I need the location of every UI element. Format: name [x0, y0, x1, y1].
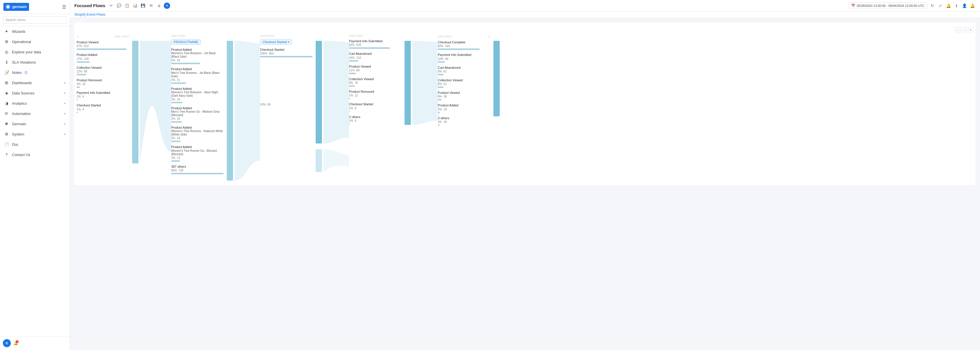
node-collection-viewed-1: Collection Viewed 12% 89 [76, 66, 129, 75]
flow-lines-4 [412, 41, 438, 185]
subheader: Shopify Event Flows [70, 11, 980, 18]
print-icon[interactable]: 🖨 [156, 3, 162, 9]
sidebar-bottom: G 🔔 1 [0, 336, 70, 350]
node-pa-breezers: Product Added Women's Tree Breezers - Je… [171, 48, 224, 64]
node-bar [349, 98, 350, 99]
col2-labels: ADD POST PRODUCTNAME Product Added Women… [171, 35, 225, 181]
col2-header: ADD POST [171, 35, 224, 37]
chevron-down-icon: ▾ [64, 91, 65, 95]
expand-icon[interactable]: ⤢ [937, 3, 943, 9]
node-product-removed-4: Product Removed 1% 12 [349, 89, 401, 99]
alert-icon[interactable]: 🔔 [945, 3, 951, 9]
user-icon[interactable]: 👤 [961, 3, 967, 9]
comment-icon[interactable]: 💬 [116, 3, 122, 9]
node-checkout-started-main: Checkout Started 100% 863 [260, 48, 312, 58]
col4-vbars [403, 35, 412, 181]
clipboard-icon[interactable]: 📋 [124, 3, 130, 9]
sidebar-item-contact[interactable]: ? Contact Us [0, 149, 70, 160]
sidebar-item-label: Dashboards [12, 81, 32, 85]
sidebar-item-automation[interactable]: ⟳ Automation ▾ [0, 109, 70, 119]
node-payment-submitted-4: Payment Info Submitted 63% 529 [349, 39, 401, 49]
sidebar-item-system[interactable]: ⚙ System ▾ [0, 129, 70, 139]
node-bar [438, 112, 440, 113]
node-product-removed-1: Product Removed 4% 32 [76, 78, 129, 88]
hamburger-icon[interactable]: ☰ [62, 4, 66, 10]
sidebar-item-sla[interactable]: ℹ SLA Violations [0, 57, 70, 67]
node-checkout-started-4: Checkout Started 1% 8 [349, 102, 401, 112]
node-bar [438, 61, 445, 63]
node-bar [438, 74, 444, 75]
node-bar [76, 99, 78, 101]
col1-header: + ADD POST [76, 35, 129, 38]
sidebar-item-explore[interactable]: ◎ Explore your data [0, 47, 70, 57]
sidebar-item-dashboards[interactable]: ⊞ Dashboards ▾ [0, 78, 70, 88]
col3-vbars [314, 35, 323, 181]
productname-filter[interactable]: PRODUCTNAME [171, 39, 201, 45]
node-bar [260, 56, 312, 58]
checkout-filter[interactable]: Checkout Started ▾ [260, 39, 292, 45]
sidebar-logo-area: germain ☰ [0, 0, 70, 14]
sidebar: germain ☰ ✦ Wizards ⚙ Operational ◎ Expl… [0, 0, 70, 350]
notes-badge: 2 [23, 71, 29, 74]
node-checkout-started-1: Checkout Started 1% 4 [76, 103, 129, 113]
close-button[interactable]: ✕ [968, 27, 973, 32]
sidebar-item-label: System [12, 132, 24, 136]
flow-lines-2 [234, 41, 260, 185]
wizards-icon: ✦ [4, 29, 9, 34]
info-icon[interactable]: ℹ [953, 3, 959, 9]
flow-canvas[interactable]: — ⤢ ✕ + ADD POST P [70, 18, 980, 350]
sankey-inner: + ADD POST Product Viewed 67% 512 Produc… [76, 35, 973, 181]
flow-section-4: ADD POST Payment Info Submitted 63% 529 … [349, 35, 412, 181]
col1-add-button[interactable]: + [76, 35, 79, 38]
node-product-viewed-1: Product Viewed 67% 512 [76, 40, 129, 50]
doc-icon: 📄 [4, 142, 9, 147]
col5-add-button[interactable]: + [488, 35, 490, 38]
node-bar [171, 121, 182, 123]
sidebar-item-germain[interactable]: ❋ Germain ▾ [0, 119, 70, 129]
svg-text:germain: germain [12, 5, 27, 9]
refresh-icon[interactable]: ↻ [929, 3, 935, 9]
chart-icon[interactable]: 📊 [132, 3, 138, 9]
node-pa-runner-go-grey: Product Added Men's Tree Runner Go - Med… [171, 106, 224, 123]
expand-button[interactable]: ⤢ [962, 27, 967, 32]
col1-vbars [131, 35, 140, 181]
col3-labels: ADD POST Checkout Started ▾ Checkout Sta… [260, 35, 314, 181]
topbar-right: 📅 05/28/2024 12:00:00 - 06/04/2024 12:00… [849, 2, 975, 9]
chevron-down-icon: ▾ [64, 122, 65, 126]
notification-icon[interactable]: 🔔 1 [13, 340, 18, 346]
chevron-down-icon: ▾ [64, 102, 65, 105]
flow-lines-1 [140, 41, 171, 185]
flow-section-3: ADD POST Checkout Started ▾ Checkout Sta… [260, 35, 323, 181]
sidebar-item-operational[interactable]: ⚙ Operational [0, 37, 70, 47]
flow-section-1: + ADD POST Product Viewed 67% 512 Produc… [76, 35, 140, 181]
email-icon[interactable]: ✉ [148, 3, 154, 9]
dashboards-icon: ⊞ [4, 80, 9, 85]
sidebar-search-area [0, 14, 70, 26]
node-bar [76, 48, 126, 50]
minimize-button[interactable]: — [956, 27, 961, 32]
sidebar-item-label: Notes [12, 70, 22, 75]
logo: germain [3, 3, 29, 11]
col4-labels: ADD POST Payment Info Submitted 63% 529 … [349, 35, 403, 181]
date-range-selector[interactable]: 📅 05/28/2024 12:00:00 - 06/04/2024 12:00… [849, 2, 927, 9]
notification-icon[interactable]: 🔔 [969, 3, 975, 9]
flow-lines-3 [323, 41, 349, 185]
save-icon[interactable]: 💾 [140, 3, 146, 9]
analytics-icon: ◑ [4, 101, 9, 106]
sidebar-item-data-sources[interactable]: ◈ Data Sources ▾ [0, 88, 70, 98]
search-input[interactable] [3, 16, 67, 24]
chevron-down-icon: ▾ [288, 40, 290, 43]
node-pa-runners-kaikoura: Product Added Women's Tree Runners - Kai… [171, 126, 224, 142]
col5-header: ADD POST + [438, 35, 490, 38]
flow-top-controls: — ⤢ ✕ [76, 27, 973, 32]
sidebar-item-label: Automation [12, 112, 31, 116]
edit-icon[interactable]: ✏ [108, 3, 114, 9]
node-3-others-5: 3 others 3% 18 [438, 116, 490, 126]
node-collection-viewed-4: Collection Viewed 9% 76 [349, 77, 401, 87]
sidebar-item-notes[interactable]: 📝 Notes 2 [0, 67, 70, 78]
sidebar-item-doc[interactable]: 📄 Doc [0, 139, 70, 149]
vbar-col5 [493, 41, 500, 117]
add-button[interactable]: + [164, 3, 170, 9]
sidebar-item-wizards[interactable]: ✦ Wizards [0, 26, 70, 37]
sidebar-item-analytics[interactable]: ◑ Analytics ▾ [0, 98, 70, 109]
